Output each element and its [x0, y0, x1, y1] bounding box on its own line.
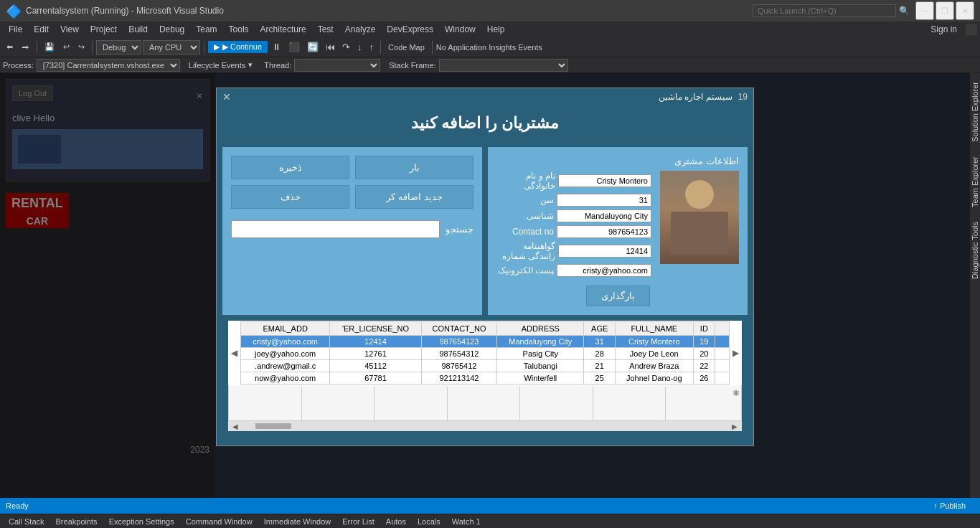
menu-project[interactable]: Project [85, 22, 123, 37]
load-button[interactable]: بار [355, 156, 473, 179]
col-age: AGE [584, 322, 615, 336]
col-name: FULL_NAME [615, 322, 693, 336]
age-input[interactable] [557, 194, 651, 207]
menu-file[interactable]: File [3, 22, 28, 37]
table-scrollbar[interactable]: ◀ ▶ [228, 421, 742, 431]
debug-restart-btn[interactable]: 🔄 [304, 39, 321, 55]
email-input[interactable] [557, 264, 651, 277]
license-input[interactable] [558, 245, 651, 258]
form-left: ذخیره بار حذف جدید اضافه کر جستجو [222, 147, 482, 315]
restore-button[interactable]: ❐ [936, 1, 954, 20]
toolbar-sep-2 [92, 41, 93, 54]
debug-step-back-btn[interactable]: ⏮ [323, 39, 338, 55]
stack-frame-label: Stack Frame: [389, 61, 435, 70]
error-list-tab[interactable]: Error List [336, 514, 380, 528]
toolbar-back-btn[interactable]: ⬅ [3, 39, 17, 55]
menu-edit[interactable]: Edit [28, 22, 55, 37]
menu-window[interactable]: Window [439, 22, 481, 37]
close-button[interactable]: ✕ [956, 1, 974, 20]
vs-logo-icon: 🔷 [6, 4, 20, 18]
modal-close-button[interactable]: ✕ [222, 91, 231, 103]
menu-help[interactable]: Help [481, 22, 511, 37]
scrollbar-right[interactable]: ▶ [729, 423, 740, 430]
process-select[interactable]: [7320] Carrentalsystem.vshost.exe [37, 59, 180, 72]
thread-select[interactable] [294, 59, 380, 72]
search-field[interactable] [231, 220, 440, 238]
thread-label: Thread: [264, 61, 291, 70]
solution-explorer-tab[interactable]: Solution Explorer [970, 76, 980, 148]
table-scroll-right[interactable]: ▶ [730, 348, 742, 358]
exception-settings-tab[interactable]: Exception Settings [103, 514, 180, 528]
process-label: Process: [3, 61, 34, 70]
team-explorer-tab[interactable]: Team Explorer [970, 151, 980, 213]
menu-tools[interactable]: Tools [223, 22, 255, 37]
autos-tab[interactable]: Autos [380, 514, 412, 528]
watch1-tab[interactable]: Watch 1 [446, 514, 486, 528]
menu-build[interactable]: Build [123, 22, 154, 37]
contact-input[interactable] [557, 225, 651, 238]
col-extra [715, 322, 730, 336]
stack-frame-select[interactable] [439, 59, 568, 72]
toolbar-sep-3 [204, 41, 204, 54]
age-label: سن [496, 195, 554, 205]
table-row[interactable]: joey@yahoo.com12761987654312Pasig City28… [241, 348, 730, 360]
empty-rows-area: ✱ [228, 385, 742, 421]
status-ready: Ready [6, 501, 29, 510]
command-window-tab[interactable]: Command Window [180, 514, 258, 528]
table-row[interactable]: cristy@yahoo.com12414987654123Mandaluyon… [241, 336, 730, 348]
process-bar: Process: [7320] Carrentalsystem.vshost.e… [0, 57, 980, 73]
debug-step-over-btn[interactable]: ↷ [339, 39, 353, 55]
codemap-button[interactable]: Code Map [385, 39, 428, 55]
col-address: ADDRESS [497, 322, 584, 336]
menu-test[interactable]: Test [312, 22, 339, 37]
toolbar-save-btn[interactable]: 💾 [41, 39, 58, 55]
menu-view[interactable]: View [55, 22, 85, 37]
license-row: گواهینامه رانندگی شماره [496, 241, 651, 261]
toolbar-sep-5 [432, 41, 433, 54]
toolbar-redo-btn[interactable]: ↪ [75, 39, 88, 55]
add-new-button[interactable]: جدید اضافه کر [355, 185, 473, 209]
city-label: شناسی [496, 211, 554, 221]
minimize-button[interactable]: ─ [915, 1, 934, 20]
contact-row: Contact no [496, 225, 651, 238]
debug-stop-btn[interactable]: ⬛ [286, 39, 303, 55]
call-stack-tab[interactable]: Call Stack [3, 514, 50, 528]
table-row[interactable]: now@yahoo.com67781921213142Winterfell25J… [241, 372, 730, 385]
debug-config-select[interactable]: Debug [96, 40, 141, 55]
name-input[interactable] [558, 174, 651, 187]
publish-button[interactable]: ↑ Publish [925, 499, 974, 513]
toolbar-sep-1 [37, 41, 37, 54]
quick-launch-input[interactable] [753, 4, 896, 17]
title-actions: ─ ❐ ✕ [915, 1, 974, 20]
col-contact: CONTACT_NO [421, 322, 497, 336]
debug-step-out-btn[interactable]: ↑ [367, 39, 377, 55]
scrollbar-left[interactable]: ◀ [230, 423, 241, 430]
city-input[interactable] [557, 209, 651, 222]
menu-devexpress[interactable]: DevExpress [381, 22, 439, 37]
save-button[interactable]: ذخیره [231, 156, 349, 179]
table-scroll-left[interactable]: ◀ [228, 348, 240, 358]
col-id: ID [693, 322, 715, 336]
customer-table: EMAIL_ADD 'ER_LICENSE_NO CONTACT_NO ADDR… [240, 321, 730, 385]
lifecycle-dropdown-icon: ▾ [248, 60, 253, 70]
delete-button[interactable]: حذف [231, 185, 349, 209]
continue-button[interactable]: ▶ ▶ Continue [208, 41, 268, 53]
menu-debug[interactable]: Debug [154, 22, 190, 37]
table-row[interactable]: .andrew@gmail.c4511298765412Talubangi21A… [241, 360, 730, 372]
menu-analyze[interactable]: Analyze [339, 22, 382, 37]
debug-step-into-btn[interactable]: ↓ [354, 39, 365, 55]
immediate-window-tab[interactable]: Immediate Window [258, 514, 337, 528]
toolbar-forward-btn[interactable]: ⮕ [18, 39, 33, 55]
name-row: نام و نام خانوادگی [496, 171, 651, 191]
breakpoints-tab[interactable]: Breakpoints [50, 514, 103, 528]
upload-button[interactable]: بارگذاری [586, 286, 650, 306]
debug-pause-btn[interactable]: ⏸ [269, 39, 284, 55]
menu-team[interactable]: Team [190, 22, 222, 37]
scroll-thumb[interactable] [255, 423, 291, 429]
toolbar-undo-btn[interactable]: ↩ [60, 39, 73, 55]
diagnostic-tools-tab[interactable]: Diagnostic Tools [970, 216, 980, 285]
locals-tab[interactable]: Locals [412, 514, 446, 528]
platform-select[interactable]: Any CPU [143, 40, 200, 55]
sign-in-link[interactable]: Sign in [925, 22, 963, 37]
menu-architecture[interactable]: Architecture [255, 22, 312, 37]
